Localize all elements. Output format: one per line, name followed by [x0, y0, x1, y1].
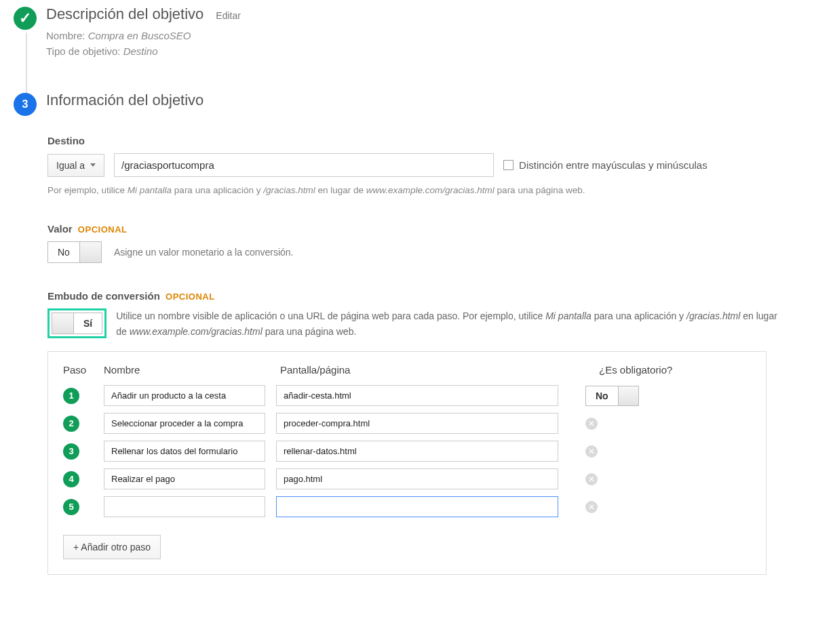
- toggle-handle: [618, 386, 638, 405]
- chevron-down-icon: [90, 163, 96, 167]
- embudo-section: Embudo de conversión OPCIONAL Sí Utilice…: [47, 290, 814, 339]
- step-name-input[interactable]: [104, 413, 265, 434]
- funnel-step-row: 5✕: [63, 496, 751, 517]
- embudo-toggle-highlight: Sí: [47, 308, 106, 338]
- step-url-input[interactable]: [276, 468, 558, 489]
- step-name-input[interactable]: [104, 441, 265, 462]
- step-number: 3: [22, 98, 28, 110]
- name-value: Compra en BuscoSEO: [88, 30, 191, 41]
- add-step-button[interactable]: + Añadir otro paso: [63, 535, 161, 559]
- col-oblig: ¿Es obligatorio?: [599, 364, 680, 376]
- step-badge-done: ✓: [14, 7, 37, 30]
- col-pantalla: Pantalla/página: [280, 364, 572, 376]
- match-type-select[interactable]: Igual a: [47, 154, 104, 177]
- embudo-label: Embudo de conversión OPCIONAL: [47, 290, 814, 302]
- required-toggle-label: No: [586, 386, 618, 405]
- step-name-input[interactable]: [104, 385, 265, 406]
- valor-label: Valor OPCIONAL: [47, 223, 814, 235]
- funnel-step-row: 1No: [63, 385, 751, 406]
- toggle-handle: [79, 242, 101, 262]
- step-name-input[interactable]: [104, 468, 265, 489]
- name-label: Nombre:: [46, 30, 85, 41]
- destination-url-input[interactable]: [114, 153, 494, 177]
- step-number-badge: 1: [63, 388, 79, 404]
- destino-section: Destino Igual a Distinción entre mayúscu…: [47, 135, 814, 197]
- step-url-input[interactable]: [276, 413, 558, 434]
- goal-description-step: ✓ Descripción del objetivo Editar Nombre…: [0, 0, 814, 59]
- step-number-badge: 3: [63, 443, 79, 460]
- toggle-handle: [52, 313, 74, 334]
- goal-info-step: 3 Información del objetivo: [0, 86, 814, 116]
- step-number-badge: 2: [63, 416, 79, 432]
- type-label: Tipo de objetivo:: [46, 45, 121, 57]
- step-url-input[interactable]: [276, 441, 558, 462]
- remove-step-icon[interactable]: ✕: [585, 418, 598, 430]
- check-icon: ✓: [19, 11, 31, 26]
- step-badge-active: 3: [14, 93, 37, 116]
- case-sensitive-checkbox[interactable]: [503, 160, 513, 170]
- required-toggle[interactable]: No: [585, 386, 639, 406]
- required-toggle-wrap: No: [585, 386, 639, 406]
- valor-toggle[interactable]: No: [47, 241, 102, 263]
- embudo-toggle[interactable]: Sí: [52, 313, 102, 334]
- step-number-badge: 4: [63, 471, 79, 487]
- funnel-header: Paso Nombre Pantalla/página ¿Es obligato…: [63, 364, 751, 376]
- step-number-badge: 5: [63, 499, 79, 515]
- embudo-toggle-label: Sí: [74, 313, 102, 334]
- step1-title: Descripción del objetivo: [46, 5, 204, 23]
- valor-text: Asigne un valor monetario a la conversió…: [114, 247, 294, 258]
- case-sensitive-label: Distinción entre mayúsculas y minúsculas: [519, 159, 708, 171]
- remove-step-icon[interactable]: ✕: [585, 445, 598, 458]
- valor-section: Valor OPCIONAL No Asigne un valor moneta…: [47, 223, 814, 263]
- funnel-step-row: 4✕: [63, 468, 751, 489]
- valor-toggle-label: No: [48, 242, 79, 262]
- remove-step-icon[interactable]: ✕: [585, 501, 598, 513]
- step-url-input[interactable]: [276, 496, 558, 517]
- embudo-help-text: Utilice un nombre visible de aplicación …: [116, 308, 781, 339]
- step1-meta: Nombre: Compra en BuscoSEO Tipo de objet…: [46, 28, 814, 59]
- funnel-step-row: 3✕: [63, 441, 751, 462]
- funnel-steps-panel: Paso Nombre Pantalla/página ¿Es obligato…: [47, 351, 767, 575]
- destino-label: Destino: [47, 135, 814, 146]
- step2-title: Información del objetivo: [46, 92, 204, 109]
- match-type-value: Igual a: [56, 160, 85, 171]
- remove-step-icon[interactable]: ✕: [585, 473, 598, 485]
- destino-hint: Por ejemplo, utilice Mi pantalla para un…: [47, 184, 814, 197]
- col-paso: Paso: [63, 364, 104, 376]
- step-name-input[interactable]: [104, 496, 265, 517]
- funnel-step-row: 2✕: [63, 413, 751, 434]
- step-url-input[interactable]: [276, 385, 558, 406]
- type-value: Destino: [123, 45, 158, 57]
- edit-link[interactable]: Editar: [216, 10, 241, 21]
- col-nombre: Nombre: [104, 364, 276, 376]
